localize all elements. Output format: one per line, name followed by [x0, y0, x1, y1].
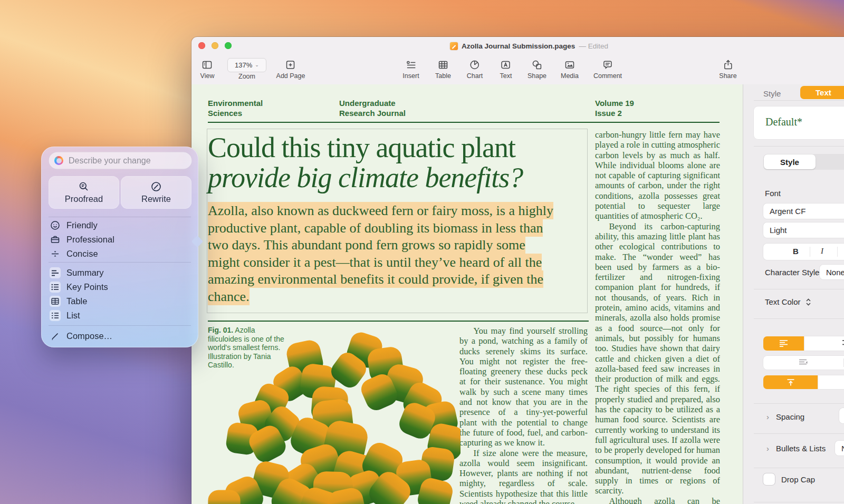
proofread-button[interactable]: Proofread	[49, 176, 119, 209]
describe-change-field[interactable]	[49, 152, 192, 169]
title-bar: Azolla Journal Submission.pages — Edited	[191, 37, 844, 55]
zoom-dropdown[interactable]: 137% ⌄	[227, 58, 266, 72]
align-top-button[interactable]	[763, 375, 818, 389]
toolbar-text-label: Text	[500, 72, 512, 80]
character-styles-select[interactable]: None	[820, 265, 844, 279]
toolbar-comment-button[interactable]: Comment	[593, 57, 622, 80]
menu-item-compose[interactable]: Compose…	[41, 329, 198, 343]
align-left-button[interactable]	[763, 336, 804, 351]
chevron-right-icon[interactable]: ›	[766, 412, 769, 421]
pages-window: Azolla Journal Submission.pages — Edited…	[191, 37, 844, 504]
bold-button[interactable]: B	[793, 247, 799, 256]
article-paragraph: Beyond its carbon-capturing ability, thi…	[595, 221, 720, 496]
share-icon	[719, 57, 736, 72]
describe-change-input[interactable]	[68, 156, 186, 166]
professional-label: Professional	[66, 235, 114, 245]
toolbar-chart-button[interactable]: Chart	[467, 57, 483, 80]
compose-label: Compose…	[66, 331, 112, 341]
article-paragraph: Although azolla can be invasive in the w…	[595, 496, 720, 504]
format-sidebar: Style Text Default* Style Layout Font Ar…	[743, 84, 844, 504]
toolbar-zoom-label: Zoom	[227, 73, 266, 80]
key-points-label: Key Points	[66, 282, 108, 292]
tab-text[interactable]: Text	[800, 86, 844, 99]
rewrite-label: Rewrite	[141, 194, 171, 204]
toolbar-media-button[interactable]: Media	[561, 57, 579, 80]
view-sidebar-icon	[200, 57, 215, 72]
font-weight-select[interactable]: Light	[763, 222, 844, 238]
menu-item-friendly[interactable]: Friendly	[41, 218, 198, 232]
bullets-lists-label: Bullets & Lists	[776, 444, 826, 453]
text-color-label: Text Color	[765, 297, 801, 306]
vertical-alignment-row	[763, 375, 844, 390]
font-family-select[interactable]: Argent CF	[763, 203, 844, 219]
drop-cap-checkbox[interactable]	[763, 473, 775, 485]
menu-item-table[interactable]: Table	[41, 294, 198, 308]
paragraph-style-preview[interactable]: Default*	[754, 106, 844, 139]
toolbar-comment-label: Comment	[593, 72, 622, 80]
briefcase-icon	[50, 234, 61, 245]
table-transform-label: Table	[66, 296, 87, 306]
apple-intelligence-icon	[54, 156, 63, 165]
headline-line1: Could this tiny aquatic plant	[208, 133, 577, 163]
toolbar-shape-label: Shape	[528, 72, 546, 80]
compose-pencil-icon	[50, 331, 61, 342]
window-title: Azolla Journal Submission.pages	[462, 42, 575, 50]
summary-icon	[50, 267, 61, 278]
toolbar-add-page-button[interactable]: Add Page	[276, 57, 305, 80]
toolbar-table-button[interactable]: Table	[435, 57, 451, 80]
zoom-value: 137%	[235, 61, 252, 69]
style-layout-segmented: Style Layout	[763, 154, 844, 170]
spacing-label: Spacing	[776, 412, 804, 421]
key-points-icon	[50, 282, 61, 293]
indent-row[interactable]	[763, 356, 844, 370]
toolbar-zoom-control[interactable]: 137% ⌄ Zoom	[227, 57, 266, 80]
insert-icon	[402, 57, 419, 72]
proofread-label: Proofread	[65, 194, 103, 204]
article-lede: Azolla, also known as duckweed fern or f…	[208, 202, 560, 305]
proofread-magnifier-icon	[78, 181, 90, 192]
headline-line2: provide big climate benefits?	[208, 163, 577, 193]
menu-item-professional[interactable]: Professional	[41, 232, 198, 247]
shape-icon	[528, 57, 546, 72]
table-icon	[435, 57, 451, 72]
drop-cap-label: Drop Cap	[781, 475, 815, 484]
comment-bubble-icon	[593, 57, 622, 72]
toolbar-share-button[interactable]: Share	[719, 57, 736, 80]
align-center-button[interactable]	[804, 336, 844, 351]
rewrite-button[interactable]: Rewrite	[121, 176, 191, 209]
toolbar-add-page-label: Add Page	[276, 72, 305, 80]
media-image-icon	[561, 57, 579, 72]
toolbar-media-label: Media	[561, 72, 579, 80]
toolbar-text-button[interactable]: Text	[500, 57, 512, 80]
article-paragraph: If size alone were the measure, azolla w…	[459, 448, 588, 504]
menu-item-summary[interactable]: Summary	[41, 266, 198, 280]
friendly-label: Friendly	[66, 220, 98, 230]
table-transform-icon	[50, 296, 61, 307]
chevron-right-icon[interactable]: ›	[766, 444, 769, 453]
spacing-stepper[interactable]	[839, 408, 844, 423]
section-rule	[208, 321, 589, 322]
align-middle-button[interactable]	[818, 375, 844, 389]
menu-item-concise[interactable]: Concise	[41, 247, 198, 261]
masthead-center: Undergraduate Research Journal	[339, 98, 406, 118]
indent-decrease-icon	[798, 358, 808, 367]
italic-button[interactable]: I	[821, 247, 823, 256]
masthead-rule	[208, 122, 720, 123]
toolbar-shape-button[interactable]: Shape	[528, 57, 546, 80]
stepper-chevrons-icon[interactable]	[805, 298, 811, 306]
concise-icon	[50, 248, 61, 259]
toolbar-insert-label: Insert	[402, 72, 419, 80]
toolbar-insert-button[interactable]: Insert	[402, 57, 419, 80]
font-section-label: Font	[765, 189, 781, 198]
bullets-lists-select[interactable]: None	[835, 441, 844, 455]
tab-style[interactable]: Style	[763, 89, 781, 98]
toolbar-view-button[interactable]: View	[200, 57, 215, 80]
edited-status: — Edited	[579, 42, 608, 50]
menu-item-key-points[interactable]: Key Points	[41, 280, 198, 294]
menu-item-list[interactable]: List	[41, 308, 198, 323]
segment-style[interactable]: Style	[764, 154, 816, 169]
concise-label: Concise	[66, 249, 98, 259]
toolbar-view-label: View	[200, 72, 215, 80]
smiley-icon	[50, 220, 61, 231]
list-label: List	[66, 311, 80, 321]
